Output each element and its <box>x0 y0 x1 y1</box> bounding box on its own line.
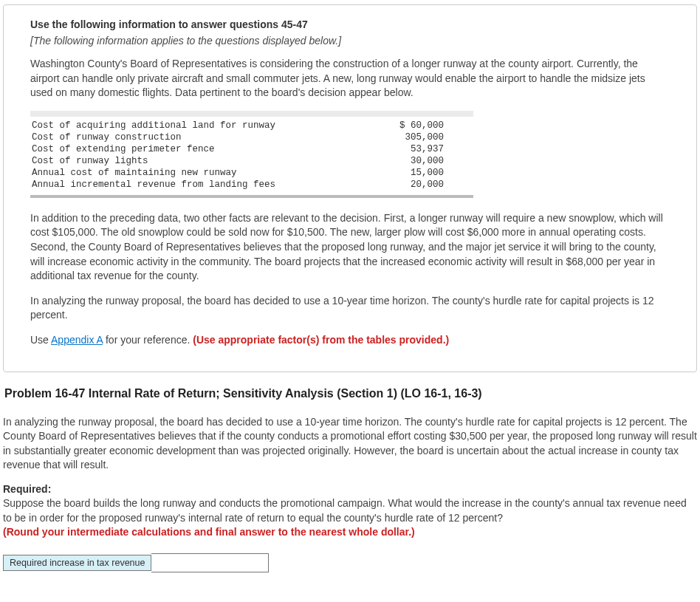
cost-value: 20,000 <box>370 179 473 191</box>
table-row: Annual incremental revenue from landing … <box>30 179 473 191</box>
info-para2: In addition to the preceding data, two o… <box>30 211 670 284</box>
cost-value: 30,000 <box>370 155 473 167</box>
appendix-link[interactable]: Appendix A <box>51 334 103 346</box>
appendix-prefix: Use <box>30 334 51 346</box>
problem-para1: In analyzing the runway proposal, the bo… <box>3 415 697 473</box>
answer-row: Required increase in tax revenue <box>3 553 697 572</box>
required-red-note: (Round your intermediate calculations an… <box>3 526 415 538</box>
info-note: [The following information applies to th… <box>30 35 670 47</box>
cost-label: Annual incremental revenue from landing … <box>30 179 370 191</box>
table-row: Cost of runway lights30,000 <box>30 155 473 167</box>
required-body: Suppose the board builds the long runway… <box>3 497 687 524</box>
appendix-line: Use Appendix A for your reference. (Use … <box>30 333 670 348</box>
required-label: Required: <box>3 483 697 495</box>
info-intro: Washington County's Board of Representat… <box>30 57 670 100</box>
info-para3: In analyzing the runway proposal, the bo… <box>30 294 670 323</box>
answer-input[interactable] <box>151 554 268 572</box>
cost-label: Annual cost of maintaining new runway <box>30 167 370 179</box>
answer-input-wrap <box>151 553 269 572</box>
cost-table: Cost of acquiring additional land for ru… <box>30 111 670 198</box>
table-row: Cost of acquiring additional land for ru… <box>30 120 473 131</box>
cost-label: Cost of runway lights <box>30 155 370 167</box>
cost-value: 305,000 <box>370 131 473 143</box>
appendix-suffix: for your reference. <box>103 334 193 346</box>
cost-label: Cost of runway construction <box>30 131 370 143</box>
required-text: Suppose the board builds the long runway… <box>3 496 697 540</box>
cost-label: Cost of acquiring additional land for ru… <box>30 120 370 131</box>
table-row: Cost of runway construction305,000 <box>30 131 473 143</box>
cost-value: 53,937 <box>370 143 473 155</box>
answer-label: Required increase in tax revenue <box>3 555 151 571</box>
problem-title: Problem 16-47 Internal Rate of Return; S… <box>4 387 697 400</box>
info-box: Use the following information to answer … <box>3 4 697 372</box>
info-header: Use the following information to answer … <box>30 18 670 30</box>
table-row: Cost of extending perimeter fence53,937 <box>30 143 473 155</box>
appendix-red-note: (Use appropriate factor(s) from the tabl… <box>193 334 449 346</box>
cost-value: 15,000 <box>370 167 473 179</box>
table-row: Annual cost of maintaining new runway15,… <box>30 167 473 179</box>
cost-value: $ 60,000 <box>370 120 473 131</box>
cost-label: Cost of extending perimeter fence <box>30 143 370 155</box>
